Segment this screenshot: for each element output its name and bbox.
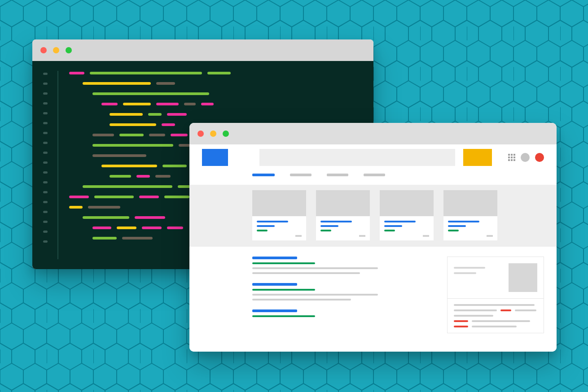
line-number [43,231,48,233]
search-input[interactable] [259,149,455,166]
result-snippet [252,299,351,301]
card-title-line2 [384,225,402,227]
line-number [43,152,48,154]
browser-titlebar [189,123,557,144]
code-token [83,185,172,188]
code-token [155,175,171,178]
card-title-line2 [320,225,338,227]
card-thumbnail [316,190,370,216]
card-title-line2 [448,225,466,227]
result-url [252,289,315,291]
code-token [110,113,143,116]
code-line [110,113,235,116]
code-token [92,92,209,95]
line-number [43,161,48,164]
code-token [139,196,159,198]
code-token [171,134,188,136]
knowledge-detail-row [454,315,537,317]
card-meta [359,235,365,237]
code-token [156,103,179,105]
code-token [90,72,202,74]
knowledge-detail-text [515,309,536,311]
code-token [167,113,187,116]
code-line [83,82,235,85]
rich-result-card[interactable] [316,190,370,240]
result-url [252,262,315,264]
line-number [43,201,48,203]
apps-icon[interactable] [508,154,515,161]
tab[interactable] [290,174,312,176]
result-title [252,257,297,259]
code-token [164,196,189,198]
rich-result-card[interactable] [443,190,497,240]
line-number [43,221,48,223]
zoom-icon[interactable] [223,131,229,137]
knowledge-detail-text [472,326,517,327]
line-number [43,240,48,243]
search-result[interactable] [252,283,427,301]
search-button[interactable] [463,149,492,166]
result-title [252,309,297,312]
close-icon[interactable] [197,131,204,137]
search-logo[interactable] [202,149,228,166]
code-token [135,216,165,219]
account-avatar-icon[interactable] [521,153,530,162]
card-meta [295,235,302,237]
close-icon[interactable] [40,47,47,53]
code-token [123,103,151,105]
code-token [88,206,120,209]
card-url [448,230,459,231]
code-token [101,165,157,167]
code-token [142,226,162,229]
code-token [207,72,231,74]
rich-results-band [189,185,557,247]
code-token [69,196,89,198]
knowledge-image [509,263,537,292]
search-tabs [189,170,557,179]
code-token [117,226,136,229]
line-number [43,83,48,85]
knowledge-detail-row [454,309,537,311]
card-title [320,221,352,222]
code-token [92,134,114,136]
code-token [92,154,146,157]
header-actions [508,153,544,162]
line-number-gutter [43,71,58,259]
zoom-icon[interactable] [66,47,72,53]
rich-result-card[interactable] [252,190,306,240]
knowledge-details [448,299,544,333]
card-url [257,230,268,231]
card-url [320,230,331,231]
tab[interactable] [364,174,385,176]
line-number [43,211,48,213]
code-token [101,103,118,105]
code-token [136,175,150,178]
code-line [101,103,235,105]
tab[interactable] [327,174,348,176]
card-thumbnail [443,190,497,216]
result-snippet [252,294,378,296]
knowledge-heading-line [454,272,476,274]
tab-active[interactable] [252,174,275,176]
rich-result-card[interactable] [380,190,434,240]
code-token [83,82,151,85]
search-browser-window [189,123,557,352]
line-number [43,102,48,105]
knowledge-detail-text [500,309,511,311]
card-title [448,221,479,222]
code-token [149,134,165,136]
knowledge-heading [454,263,485,292]
card-thumbnail [252,190,306,216]
minimize-icon[interactable] [210,131,216,137]
notifications-icon[interactable] [535,153,544,162]
line-number [43,112,48,114]
search-result[interactable] [252,257,427,274]
result-snippet [252,272,360,274]
card-title [384,221,416,222]
search-header [189,144,557,170]
search-result[interactable] [252,309,427,317]
knowledge-detail-row [454,304,537,306]
results-area [189,247,557,333]
minimize-icon[interactable] [53,47,59,53]
code-token [184,103,196,105]
